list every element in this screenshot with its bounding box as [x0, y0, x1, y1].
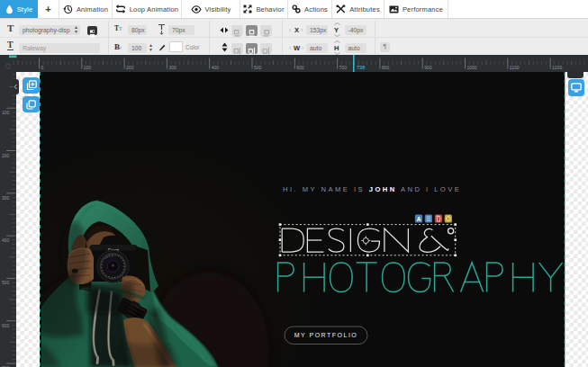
- svg-text:900: 900: [424, 65, 432, 70]
- svg-text:1000: 1000: [467, 65, 477, 70]
- svg-text:1200: 1200: [552, 65, 562, 70]
- svg-text:400: 400: [212, 65, 220, 70]
- svg-text:500: 500: [254, 65, 262, 70]
- svg-text:100: 100: [84, 65, 92, 70]
- svg-text:600: 600: [296, 65, 304, 70]
- svg-text:0: 0: [41, 65, 44, 70]
- svg-text:700: 700: [339, 65, 348, 70]
- svg-text:A: A: [417, 216, 421, 222]
- svg-text:1100: 1100: [510, 65, 520, 70]
- svg-text:HI. MY NAME IS JOHN AND I LOVE: HI. MY NAME IS JOHN AND I LOVE: [283, 185, 461, 193]
- svg-text:300: 300: [168, 65, 176, 70]
- svg-text:MY PORTFOLIO: MY PORTFOLIO: [294, 332, 358, 338]
- svg-text:800: 800: [382, 65, 390, 70]
- svg-text:200: 200: [126, 65, 134, 70]
- svg-text:738: 738: [357, 65, 365, 70]
